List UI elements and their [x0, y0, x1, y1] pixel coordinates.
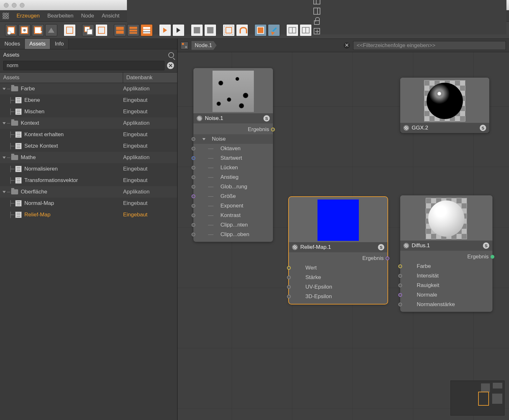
tree-item[interactable]: ├─Normal-MapEingebaut — [0, 198, 177, 209]
solo-badge[interactable]: S — [483, 242, 489, 249]
port-label: Normale — [417, 292, 437, 298]
tree-category[interactable]: —OberflächeApplikation — [0, 186, 177, 198]
port-in[interactable] — [192, 223, 195, 227]
solo-badge[interactable]: S — [263, 115, 270, 122]
tool-flow2-icon[interactable] — [300, 24, 312, 36]
tree-item[interactable]: ├─EbeneEingebaut — [0, 94, 177, 106]
folder-icon — [11, 86, 18, 91]
port-in[interactable] — [192, 233, 195, 236]
menu-bearbeiten[interactable]: Bearbeiten — [47, 13, 73, 19]
node-type-icon — [292, 244, 298, 250]
new-panel-icon[interactable] — [314, 28, 320, 34]
tool-play-icon[interactable] — [159, 24, 171, 36]
tool-node-out-icon[interactable] — [32, 24, 44, 36]
port-in[interactable] — [287, 266, 291, 270]
port-in[interactable] — [192, 166, 195, 170]
graph-navigator[interactable] — [450, 381, 505, 416]
tab-nodes[interactable]: Nodes — [0, 39, 25, 49]
tool-flow1-icon[interactable] — [286, 24, 298, 36]
tree-category[interactable]: —MatheApplikation — [0, 152, 177, 163]
port-label: Clipp...oben — [220, 231, 249, 238]
tool-paste-icon[interactable] — [95, 24, 108, 36]
port-in[interactable] — [287, 295, 291, 298]
layout-left-icon[interactable] — [313, 0, 320, 4]
port-out[interactable] — [491, 255, 494, 259]
port-out-label: Ergebnis — [467, 254, 489, 260]
asset-icon — [15, 143, 22, 149]
close-filter-icon[interactable]: ✕ — [344, 42, 350, 49]
tool-triangle-icon[interactable] — [45, 24, 57, 36]
port-out[interactable] — [271, 128, 275, 131]
node-ggx[interactable]: GGX.2 S — [400, 78, 489, 133]
tool-align-h-icon[interactable] — [191, 24, 203, 36]
assets-search-input[interactable] — [3, 61, 164, 70]
tool-node-center-icon[interactable] — [18, 24, 31, 36]
col-assets[interactable]: Assets — [0, 73, 123, 83]
node-diffus[interactable]: Diffus.1 S Ergebnis FarbeIntensitätRauig… — [400, 195, 492, 312]
port-group[interactable] — [192, 137, 195, 141]
tool-frame-icon[interactable] — [223, 24, 235, 36]
asset-icon — [15, 177, 22, 184]
node-graph-canvas[interactable]: Noise.1 S Ergebnis Noise —Oktaven—Startw… — [178, 52, 509, 420]
port-in[interactable] — [192, 185, 195, 189]
tree-item[interactable]: ├─MischenEingebaut — [0, 106, 177, 117]
col-datenbank[interactable]: Datenbank — [123, 73, 177, 83]
port-in[interactable] — [287, 285, 291, 289]
tool-new-node-icon[interactable] — [5, 24, 17, 36]
menu-node[interactable]: Node — [81, 13, 94, 19]
port-in[interactable] — [398, 274, 402, 278]
tool-highlight-icon[interactable] — [254, 24, 267, 36]
menu-ansicht[interactable]: Ansicht — [102, 13, 120, 19]
tab-info[interactable]: Info — [50, 39, 68, 49]
menu-erzeugen[interactable]: Erzeugen — [17, 13, 40, 19]
tree-category[interactable]: —FarbeApplikation — [0, 83, 177, 94]
tool-align-v-icon[interactable] — [204, 24, 216, 36]
port-in[interactable] — [398, 264, 402, 268]
tool-stack1-icon[interactable] — [114, 24, 126, 36]
port-in[interactable] — [192, 204, 195, 208]
tool-copy-icon[interactable] — [82, 24, 94, 36]
port-in[interactable] — [398, 293, 402, 297]
port-in[interactable] — [192, 156, 195, 160]
tool-stack2-icon[interactable] — [127, 24, 139, 36]
tree-item[interactable]: ├─NormalisierenEingebaut — [0, 163, 177, 175]
tree-category[interactable]: —KontextApplikation — [0, 117, 177, 129]
graph-filter-input[interactable]: <<Filterzeichenfolge eingeben>> — [353, 41, 506, 50]
ggx-preview — [424, 80, 465, 122]
port-in[interactable] — [398, 303, 402, 306]
port-label: Glob...rung — [220, 184, 247, 190]
breadcrumb[interactable]: Node.1 — [192, 41, 217, 50]
tree-item[interactable]: ├─Setze KontextEingebaut — [0, 140, 177, 152]
tool-snap-icon[interactable] — [236, 24, 248, 36]
port-label: Größe — [220, 193, 236, 200]
lock-icon[interactable] — [314, 20, 320, 25]
app-grid-icon[interactable] — [3, 13, 9, 19]
port-in[interactable] — [192, 147, 195, 150]
asset-icon — [15, 108, 22, 115]
solo-badge[interactable]: S — [480, 125, 486, 131]
node-noise[interactable]: Noise.1 S Ergebnis Noise —Oktaven—Startw… — [193, 68, 273, 242]
port-label: Clipp...nten — [220, 222, 248, 228]
port-out[interactable] — [386, 256, 389, 260]
graph-root-icon[interactable] — [181, 42, 188, 49]
port-in[interactable] — [192, 194, 195, 198]
layout-mid-icon[interactable] — [313, 8, 320, 15]
solo-badge[interactable]: S — [378, 244, 384, 250]
tree-item[interactable]: ├─Relief-MapEingebaut — [0, 209, 177, 220]
port-in[interactable] — [192, 214, 195, 217]
tool-import-icon[interactable] — [64, 24, 76, 36]
assets-tree[interactable]: —FarbeApplikation├─EbeneEingebaut├─Misch… — [0, 83, 177, 420]
search-icon[interactable] — [168, 52, 174, 58]
tab-assets[interactable]: Assets — [25, 39, 50, 49]
port-in[interactable] — [287, 276, 291, 279]
port-out-label: Ergebnis — [248, 126, 269, 133]
port-in[interactable] — [398, 284, 402, 287]
node-relief-map[interactable]: Relief-Map.1 S Ergebnis WertStärkeUV-Eps… — [289, 197, 387, 304]
tool-step-icon[interactable] — [172, 24, 185, 36]
port-in[interactable] — [192, 175, 195, 179]
tool-stack3-icon[interactable] — [141, 24, 153, 36]
tool-brush-icon[interactable] — [268, 24, 280, 36]
tree-item[interactable]: ├─Kontext erhaltenEingebaut — [0, 129, 177, 140]
tree-item[interactable]: ├─TransformationsvektorEingebaut — [0, 175, 177, 186]
clear-search-icon[interactable]: ✕ — [167, 62, 174, 69]
